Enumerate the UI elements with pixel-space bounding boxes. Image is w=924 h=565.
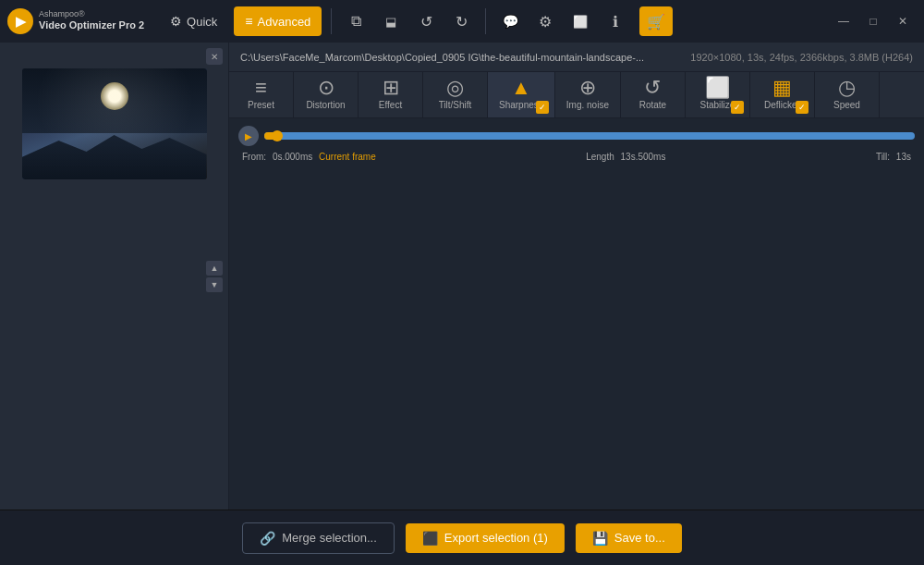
display-btn[interactable]: ⬜ (565, 6, 595, 36)
filter-tab-effect[interactable]: ⊞Effect (359, 72, 423, 117)
preset-filter-label: Preset (248, 100, 274, 110)
speed-filter-label: Speed (833, 100, 860, 110)
display-icon: ⬜ (573, 15, 588, 29)
tiltshift-filter-label: Tilt/Shift (439, 100, 472, 110)
filter-tab-speed[interactable]: ◷Speed (815, 72, 880, 117)
rotate-filter-icon: ↺ (644, 78, 661, 98)
minimize-btn[interactable]: — (830, 8, 857, 34)
current-frame-label: Current frame (319, 152, 376, 162)
app-logo: ▶ (7, 8, 33, 34)
close-panel-btn[interactable]: ✕ (206, 48, 223, 65)
redo-icon: ↻ (456, 13, 468, 31)
undo-btn[interactable]: ↺ (411, 6, 441, 36)
copy-icon: ⧉ (351, 13, 361, 30)
filter-tab-preset[interactable]: ≡Preset (229, 72, 294, 117)
distortion-filter-icon: ⊙ (318, 78, 334, 98)
separator-2 (485, 8, 486, 34)
comment-icon: 💬 (503, 14, 518, 29)
till-info: Till: 13s (876, 152, 911, 162)
imgnoise-filter-label: Img. noise (566, 100, 609, 110)
settings-btn[interactable]: ⚙ (530, 6, 560, 36)
paste-icon: ⬓ (385, 15, 396, 29)
filter-tab-sharpness[interactable]: ▲Sharpness✓ (488, 72, 555, 117)
cart-icon: 🛒 (647, 13, 665, 31)
app-title-top: Ashampoo® (39, 10, 144, 18)
stabilize-filter-check: ✓ (731, 101, 744, 114)
left-panel: ✕ ▲ ▼ (0, 43, 229, 510)
quick-icon: ⚙ (170, 14, 182, 29)
effect-filter-icon: ⊞ (383, 78, 399, 98)
redo-btn[interactable]: ↻ (446, 6, 476, 36)
deflicker-filter-check: ✓ (796, 101, 808, 114)
merge-icon: 🔗 (260, 531, 275, 546)
maximize-btn[interactable]: □ (859, 8, 887, 34)
merge-selection-btn[interactable]: 🔗 Merge selection... (242, 522, 395, 554)
video-thumbnail (22, 68, 207, 179)
save-label: Save to... (614, 531, 665, 545)
panel-up-arrow[interactable]: ▲ (206, 261, 223, 276)
filter-tab-stabilize[interactable]: ⬜Stabilize✓ (686, 72, 750, 117)
stabilize-filter-label: Stabilize (700, 100, 736, 110)
export-icon: ⬛ (422, 531, 438, 546)
preset-filter-icon: ≡ (255, 78, 267, 98)
distortion-filter-label: Distortion (306, 100, 345, 110)
filter-tab-distortion[interactable]: ⊙Distortion (294, 72, 359, 117)
deflicker-filter-icon: ▦ (772, 78, 792, 98)
export-selection-btn[interactable]: ⬛ Export selection (1) (406, 523, 565, 553)
undo-icon: ↺ (420, 13, 432, 31)
main-area: ✕ ▲ ▼ C:\Users\FaceMe_Marcom\Desktop\Cop… (0, 43, 924, 510)
speed-filter-icon: ◷ (838, 78, 856, 98)
advanced-icon: ≡ (245, 14, 252, 29)
advanced-label: Advanced (258, 15, 311, 29)
length-info: Length 13s.500ms (586, 152, 665, 162)
tiltshift-filter-icon: ◎ (446, 78, 464, 98)
export-label: Export selection (1) (444, 531, 548, 545)
info-icon: ℹ (613, 13, 618, 31)
separator-1 (331, 8, 332, 34)
filter-tab-rotate[interactable]: ↺Rotate (621, 72, 686, 117)
timeline-bar-wrap: ▶ (238, 126, 915, 146)
imgnoise-filter-icon: ⊕ (579, 78, 596, 98)
paste-btn[interactable]: ⬓ (376, 6, 406, 36)
stabilize-filter-icon: ⬜ (705, 78, 730, 98)
file-info-bar: C:\Users\FaceMe_Marcom\Desktop\Copied_09… (229, 43, 924, 72)
close-btn[interactable]: ✕ (889, 8, 917, 34)
panel-nav-arrows: ▲ ▼ (206, 261, 223, 292)
advanced-nav-btn[interactable]: ≡ Advanced (234, 6, 322, 36)
merge-label: Merge selection... (282, 531, 377, 545)
app-title-block: Ashampoo® Video Optimizer Pro 2 (39, 10, 144, 31)
title-bar: ▶ Ashampoo® Video Optimizer Pro 2 ⚙ Quic… (0, 0, 924, 43)
app-title-main: Video Optimizer Pro 2 (39, 18, 144, 31)
comment-btn[interactable]: 💬 (495, 6, 525, 36)
quick-label: Quick (187, 15, 217, 29)
save-to-btn[interactable]: 💾 Save to... (576, 523, 682, 553)
timeline-area: ▶ From: 0s.000ms Current frame Length 13… (229, 118, 924, 322)
sharpness-filter-check: ✓ (536, 101, 549, 114)
sharpness-filter-icon: ▲ (511, 78, 531, 98)
file-meta: 1920×1080, 13s, 24fps, 2366kbps, 3.8MB (… (690, 52, 913, 63)
timeline-play-btn[interactable]: ▶ (238, 126, 259, 146)
bg-fill (229, 322, 924, 510)
filter-tab-deflicker[interactable]: ▦Deflicker✓ (750, 72, 815, 117)
cart-btn[interactable]: 🛒 (639, 6, 673, 36)
settings-icon: ⚙ (539, 13, 552, 31)
file-path: C:\Users\FaceMe_Marcom\Desktop\Copied_09… (240, 52, 644, 63)
quick-nav-btn[interactable]: ⚙ Quick (159, 6, 228, 36)
filter-tabs: ≡Preset⊙Distortion⊞Effect◎Tilt/Shift▲Sha… (229, 72, 924, 118)
save-icon: 💾 (592, 531, 608, 546)
copy-btn[interactable]: ⧉ (341, 6, 371, 36)
filter-tab-imgnoise[interactable]: ⊕Img. noise (555, 72, 621, 117)
timeline-info: From: 0s.000ms Current frame Length 13s.… (238, 152, 915, 162)
timeline-track[interactable] (264, 132, 915, 140)
effect-filter-label: Effect (379, 100, 402, 110)
panel-down-arrow[interactable]: ▼ (206, 277, 223, 292)
rotate-filter-label: Rotate (639, 100, 666, 110)
info-btn[interactable]: ℹ (601, 6, 630, 36)
bottom-bar: 🔗 Merge selection... ⬛ Export selection … (0, 510, 924, 565)
filter-tab-tiltshift[interactable]: ◎Tilt/Shift (423, 72, 488, 117)
right-content: C:\Users\FaceMe_Marcom\Desktop\Copied_09… (229, 43, 924, 510)
timeline-handle[interactable] (272, 130, 283, 141)
from-label: From: 0s.000ms Current frame (242, 152, 376, 162)
window-controls: — □ ✕ (830, 8, 917, 34)
